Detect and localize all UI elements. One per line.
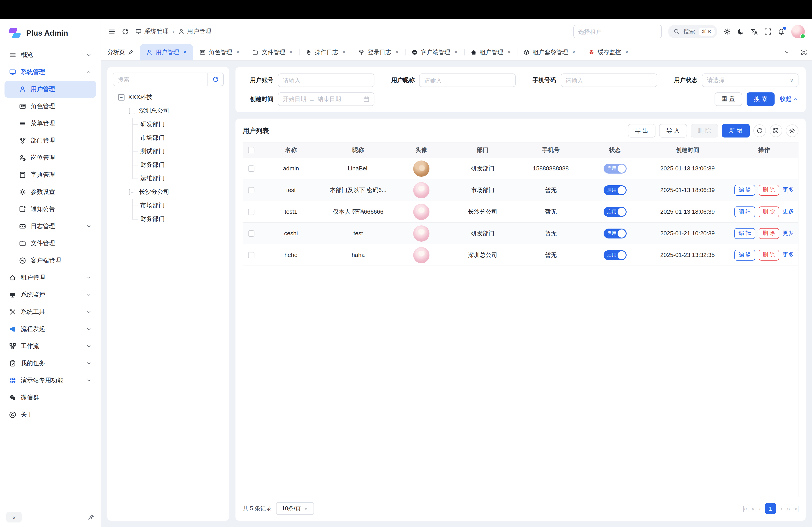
tenant-select-input[interactable] <box>573 25 662 38</box>
sidebar-item-menu-mgmt[interactable]: 菜单管理 <box>4 115 96 132</box>
select-all-checkbox[interactable] <box>248 147 255 153</box>
sidebar-item-role-mgmt[interactable]: 角色管理 <box>4 98 96 115</box>
status-toggle[interactable]: 启用 <box>603 207 626 216</box>
sidebar-item-wechat-group[interactable]: 微信群 <box>4 389 96 406</box>
batch-delete-button[interactable]: 删 除 <box>691 124 719 137</box>
more-button[interactable]: 更多 <box>783 186 794 194</box>
tab-analysis[interactable]: 分析页 <box>101 44 140 60</box>
sidebar-item-notice[interactable]: 通知公告 <box>4 201 96 218</box>
tree-refresh-button[interactable] <box>207 73 223 86</box>
tab-cache-monitor[interactable]: 缓存监控 × <box>582 44 635 60</box>
breadcrumb-root[interactable]: 系统管理 <box>144 28 169 35</box>
tab-file-mgmt[interactable]: 文件管理 × <box>246 44 299 60</box>
nickname-input[interactable] <box>419 74 516 87</box>
table-refresh-button[interactable] <box>753 124 766 137</box>
sidebar-item-my-tasks[interactable]: 我的任务 <box>4 355 96 372</box>
tab-login-log[interactable]: 登录日志 × <box>352 44 405 60</box>
current-page[interactable]: 1 <box>765 503 776 514</box>
col-header-phone[interactable]: 手机号 <box>517 146 585 154</box>
tree-node-leaf[interactable]: 市场部门 <box>132 131 224 145</box>
sidebar-item-demo-features[interactable]: 演示站专用功能 <box>4 372 96 389</box>
settings-button[interactable] <box>724 28 731 35</box>
edit-button[interactable]: 编 辑 <box>735 185 755 195</box>
status-toggle[interactable]: 启用 <box>603 163 626 174</box>
col-header-status[interactable]: 状态 <box>585 146 644 154</box>
prev-page-button[interactable]: ‹ <box>759 505 760 512</box>
row-checkbox[interactable] <box>248 252 255 258</box>
row-checkbox[interactable] <box>248 165 255 171</box>
sidebar-item-file-mgmt[interactable]: 文件管理 <box>4 235 96 252</box>
sidebar-item-param-settings[interactable]: 参数设置 <box>4 183 96 201</box>
tree-node-leaf[interactable]: 市场部门 <box>132 199 224 212</box>
close-icon[interactable]: × <box>454 49 458 56</box>
sidebar-item-log-mgmt[interactable]: 日志管理 <box>4 218 96 235</box>
search-button[interactable]: 搜 索 <box>747 92 774 106</box>
tree-node-branch[interactable]: − 长沙分公司 <box>113 185 224 199</box>
status-select[interactable]: 请选择 ∨ <box>702 74 798 87</box>
first-page-button[interactable]: |« <box>742 505 747 512</box>
fast-next-button[interactable]: » <box>787 505 790 512</box>
tab-tenant-package-mgmt[interactable]: 租户套餐管理 × <box>517 44 582 60</box>
notifications-button[interactable] <box>778 28 785 35</box>
app-logo[interactable]: Plus Admin <box>0 24 101 46</box>
tree-node-leaf[interactable]: 测试部门 <box>132 145 224 158</box>
tab-operation-log[interactable]: 操作日志 × <box>299 44 352 60</box>
close-icon[interactable]: × <box>236 49 240 56</box>
sidebar-item-post-mgmt[interactable]: 岗位管理 <box>4 149 96 166</box>
delete-button[interactable]: 删 除 <box>758 185 779 195</box>
add-button[interactable]: 新 增 <box>722 124 750 137</box>
sidebar-item-dict-mgmt[interactable]: 字典管理 <box>4 166 96 183</box>
page-size-select[interactable]: 10条/页 ▼ <box>276 502 314 515</box>
status-toggle[interactable]: 启用 <box>603 228 626 238</box>
delete-button[interactable]: 删 除 <box>758 206 779 217</box>
status-toggle[interactable]: 启用 <box>603 185 626 195</box>
col-header-avatar[interactable]: 头像 <box>394 146 449 154</box>
more-button[interactable]: 更多 <box>783 229 794 237</box>
sidebar-pin-button[interactable] <box>88 514 94 520</box>
refresh-icon[interactable] <box>122 28 129 35</box>
sidebar-item-system[interactable]: 系统管理 <box>4 63 96 81</box>
status-toggle[interactable]: 启用 <box>603 250 626 260</box>
tree-node-branch[interactable]: − 深圳总公司 <box>113 104 224 118</box>
close-icon[interactable]: × <box>507 49 511 56</box>
sidebar-item-flow-start[interactable]: 流程发起 <box>4 320 96 338</box>
last-page-button[interactable]: »| <box>794 505 798 512</box>
edit-button[interactable]: 编 辑 <box>735 206 755 217</box>
tree-node-leaf[interactable]: 研发部门 <box>132 118 224 131</box>
more-button[interactable]: 更多 <box>783 251 794 259</box>
tree-expander-icon[interactable]: − <box>118 94 125 101</box>
user-avatar[interactable] <box>791 25 805 38</box>
close-icon[interactable]: × <box>183 49 187 56</box>
next-page-button[interactable]: › <box>780 505 782 512</box>
row-checkbox[interactable] <box>248 209 255 215</box>
sidebar-item-tenant-mgmt[interactable]: 租户管理 <box>4 269 96 286</box>
import-button[interactable]: 导 入 <box>659 124 687 137</box>
close-icon[interactable]: × <box>289 49 292 56</box>
hamburger-icon[interactable] <box>108 28 115 35</box>
tab-user-mgmt[interactable]: 用户管理 × <box>140 44 193 60</box>
tab-tenant-mgmt[interactable]: 租户管理 × <box>464 44 517 60</box>
close-icon[interactable]: × <box>625 49 629 56</box>
sidebar-item-user-mgmt[interactable]: 用户管理 <box>4 81 96 98</box>
close-icon[interactable]: × <box>572 49 575 56</box>
tree-expander-icon[interactable]: − <box>129 108 135 114</box>
language-switch-button[interactable] <box>751 28 758 35</box>
pin-icon[interactable] <box>128 49 133 55</box>
delete-button[interactable]: 删 除 <box>758 228 779 239</box>
tree-search-input[interactable] <box>113 73 207 86</box>
tree-node-root[interactable]: − XXX科技 <box>113 91 224 104</box>
fast-prev-button[interactable]: « <box>751 505 754 512</box>
collapse-filters-link[interactable]: 收起 <box>780 95 798 103</box>
tree-expander-icon[interactable]: − <box>129 189 135 195</box>
col-header-name[interactable]: 名称 <box>259 146 322 154</box>
global-search[interactable]: 搜索 ⌘ K <box>668 25 717 38</box>
edit-button[interactable]: 编 辑 <box>735 250 755 260</box>
reset-button[interactable]: 重 置 <box>714 92 742 106</box>
table-fullscreen-button[interactable] <box>770 124 782 137</box>
fullscreen-button[interactable] <box>764 28 771 35</box>
delete-button[interactable]: 删 除 <box>758 250 779 260</box>
close-icon[interactable]: × <box>343 49 346 56</box>
tab-role-mgmt[interactable]: 角色管理 × <box>193 44 246 60</box>
col-header-nickname[interactable]: 昵称 <box>322 146 394 154</box>
sidebar-item-overview[interactable]: 概览 <box>4 46 96 63</box>
